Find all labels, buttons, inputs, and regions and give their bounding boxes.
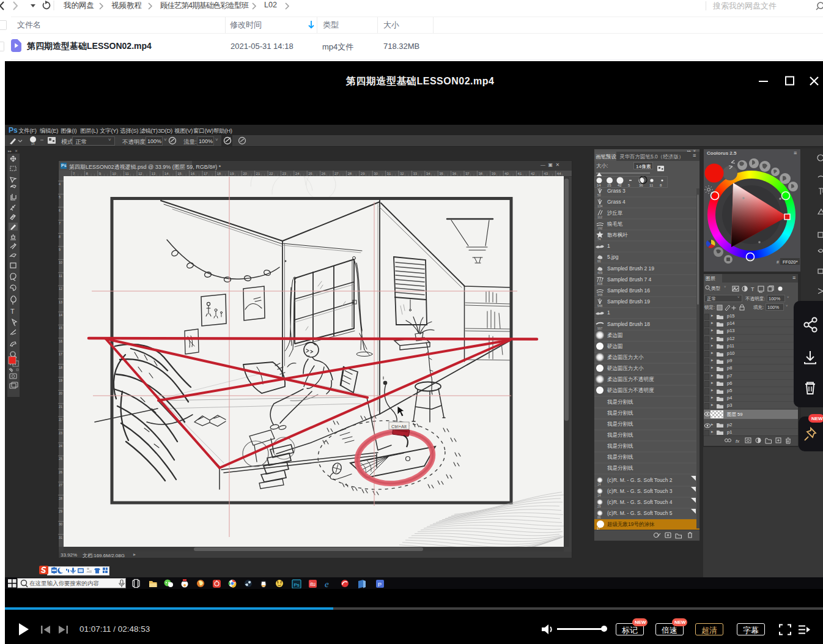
svg-text:P: P	[378, 582, 382, 588]
svg-text:27: 27	[334, 172, 339, 176]
svg-text:12: 12	[138, 172, 142, 176]
svg-text:74: 74	[597, 237, 601, 241]
svg-text:28: 28	[59, 497, 62, 500]
svg-text:948: 948	[597, 293, 603, 297]
svg-text:31: 31	[387, 172, 391, 176]
svg-text:21: 21	[59, 405, 62, 409]
svg-text:18: 18	[59, 366, 62, 369]
svg-text:16: 16	[59, 339, 62, 343]
svg-text:10: 10	[59, 261, 62, 264]
svg-text:37: 37	[465, 172, 470, 176]
svg-text:30: 30	[374, 172, 378, 176]
svg-text:10: 10	[112, 172, 116, 176]
svg-text:29: 29	[597, 505, 601, 508]
svg-text:24: 24	[59, 444, 62, 448]
svg-text:7: 7	[59, 221, 61, 225]
svg-text:14: 14	[164, 172, 169, 176]
svg-text:19: 19	[230, 172, 234, 176]
svg-text:22: 22	[59, 418, 62, 421]
svg-text:33: 33	[413, 172, 417, 176]
svg-text:13: 13	[59, 300, 62, 304]
svg-text:5: 5	[59, 195, 61, 199]
svg-text:35: 35	[439, 172, 443, 176]
svg-text:fx: fx	[736, 439, 740, 444]
svg-text:36: 36	[452, 172, 457, 176]
svg-text:23: 23	[59, 431, 62, 435]
svg-text:24: 24	[295, 172, 300, 176]
svg-text:19: 19	[59, 379, 62, 382]
svg-text:14: 14	[597, 483, 601, 486]
svg-text:38: 38	[478, 172, 482, 176]
svg-text:11: 11	[59, 274, 62, 278]
svg-text:42: 42	[531, 172, 535, 176]
svg-text:808: 808	[597, 282, 603, 286]
svg-text:39: 39	[492, 172, 496, 176]
svg-text:43: 43	[544, 172, 548, 176]
svg-text:15: 15	[177, 172, 182, 176]
svg-text:31: 31	[59, 536, 62, 539]
svg-text:16: 16	[191, 172, 195, 176]
svg-text:29: 29	[59, 509, 62, 513]
svg-text:17: 17	[59, 352, 62, 356]
svg-text:32: 32	[400, 172, 404, 176]
svg-text:FF020*: FF020*	[783, 259, 798, 265]
svg-text:23: 23	[282, 172, 286, 176]
svg-text:112: 112	[597, 215, 602, 219]
svg-text:192: 192	[597, 226, 603, 230]
svg-text:4: 4	[59, 182, 61, 186]
svg-text:44: 44	[557, 172, 561, 176]
svg-text:21: 21	[256, 172, 260, 176]
svg-text:29: 29	[361, 172, 365, 176]
svg-text:34: 34	[426, 172, 430, 176]
svg-text:8: 8	[59, 235, 61, 239]
svg-text:T: T	[10, 308, 15, 315]
svg-text:20: 20	[59, 391, 62, 395]
svg-text:27: 27	[59, 483, 62, 487]
svg-text:12: 12	[59, 287, 62, 291]
svg-text:41: 41	[518, 172, 522, 176]
svg-text:14: 14	[31, 142, 35, 146]
svg-text:25: 25	[308, 172, 312, 176]
svg-text:30: 30	[59, 522, 62, 526]
svg-text:#: #	[777, 260, 779, 264]
svg-text:14: 14	[59, 313, 62, 317]
svg-text:66: 66	[597, 259, 601, 263]
svg-text:86: 86	[597, 516, 601, 519]
svg-text:e: e	[325, 579, 329, 588]
svg-text:itu: itu	[310, 581, 316, 587]
svg-text:Ctrl+Alt: Ctrl+Alt	[391, 424, 407, 429]
svg-text:Ps: Ps	[294, 582, 300, 588]
svg-text:26: 26	[322, 172, 326, 176]
svg-text:25: 25	[59, 457, 62, 461]
svg-text:22: 22	[269, 172, 273, 176]
svg-text:50: 50	[597, 193, 601, 197]
svg-text:17: 17	[204, 172, 208, 176]
svg-text:6: 6	[59, 209, 61, 212]
svg-text:134: 134	[597, 204, 603, 208]
svg-text:15: 15	[59, 326, 62, 330]
svg-text:13: 13	[151, 172, 155, 176]
svg-text:T: T	[751, 286, 755, 292]
svg-text:14: 14	[597, 494, 601, 497]
svg-text:9: 9	[59, 248, 61, 251]
svg-text:40: 40	[504, 172, 509, 176]
svg-text:997: 997	[597, 327, 603, 330]
svg-text:28: 28	[347, 172, 352, 176]
svg-text:20: 20	[243, 172, 247, 176]
svg-text:26: 26	[59, 470, 62, 474]
svg-text:409: 409	[597, 271, 603, 275]
svg-text:18: 18	[216, 172, 221, 176]
svg-text:548: 548	[597, 304, 603, 308]
